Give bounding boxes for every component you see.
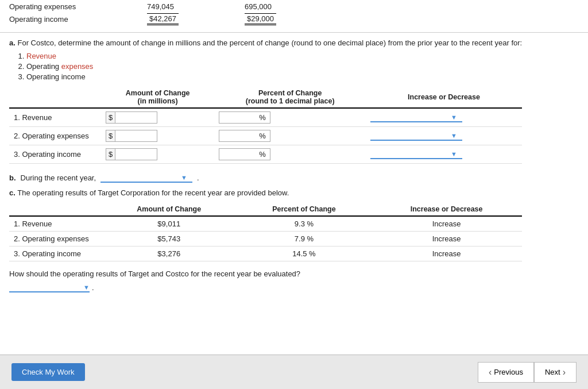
row-2-dropdown-wrap[interactable]: Increase Decrease ▼ (370, 131, 462, 141)
row-2-amount-cell: $ (101, 127, 214, 145)
c-row-2-direction: Increase (371, 232, 521, 247)
col-percent-header: Percent of Change (round to 1 decimal pl… (214, 87, 366, 108)
chevron-down-icon-2: ▼ (451, 132, 457, 139)
table-row: 2. Operating expenses $5,743 7.9 % Incre… (9, 232, 522, 247)
row-1-percent-wrap[interactable]: % (219, 111, 270, 124)
dollar-sign-3: $ (106, 149, 115, 160)
op-income-val2: $29,000 (245, 13, 296, 25)
op-expenses-row: Operating expenses 749,045 695,000 (9, 2, 579, 12)
table-row: 2. Operating expenses $ % (9, 127, 522, 145)
row-2-amount-input-wrap[interactable]: $ (106, 130, 157, 142)
row-1-amount-input[interactable] (115, 112, 150, 123)
question-a-list: Revenue Operating expenses Operating inc… (26, 52, 579, 81)
chevron-left-icon: ‹ (489, 367, 492, 378)
c-row-3-label: 3. Operating income (9, 247, 101, 261)
op-income-label: Operating income (9, 15, 101, 24)
percent-sign-2: % (257, 130, 268, 141)
c-row-2-label: 2. Operating expenses (9, 232, 101, 247)
row-3-direction-select[interactable]: Increase Decrease (370, 149, 451, 158)
table-row: 1. Revenue $ % (9, 108, 522, 127)
row-1-percent-cell: % (214, 108, 366, 127)
c-row-3-amount: $3,276 (101, 247, 237, 261)
question-b-text: During the recent year, (21, 174, 96, 182)
list-item-2: Operating expenses (26, 62, 579, 71)
answer-table-a-header: Amount of Change (in millions) Percent o… (9, 87, 522, 108)
percent-sign-1: % (257, 112, 268, 123)
dollar-sign-1: $ (106, 112, 115, 123)
c-row-1-percent: 9.3 % (237, 216, 371, 232)
chevron-down-icon-b: ▼ (181, 174, 187, 181)
how-evaluate-text: How should the operating results of Targ… (9, 269, 579, 278)
list-item-3: Operating income (26, 72, 579, 81)
percent-sign-3: % (257, 149, 268, 160)
next-button[interactable]: Next › (534, 362, 577, 383)
static-table-c-header: Amount of Change Percent of Change Incre… (9, 203, 522, 216)
col-c-label-empty (9, 203, 101, 216)
row-3-amount-cell: $ (101, 145, 214, 164)
chevron-down-icon-eval: ▼ (83, 284, 90, 291)
question-b-select[interactable]: revenue increased revenue decreased (100, 173, 181, 182)
row-2-direction-cell: Increase Decrease ▼ (366, 127, 522, 145)
col-label-empty (9, 87, 101, 108)
op-expenses-val2: 695,000 (245, 2, 296, 11)
how-evaluate-dropdown-wrap[interactable]: Favorably Unfavorably ▼ (9, 283, 90, 292)
row-2-percent-input[interactable] (219, 130, 257, 141)
how-evaluate-select[interactable]: Favorably Unfavorably (9, 283, 83, 291)
row-1-amount-input-wrap[interactable]: $ (106, 111, 157, 124)
expenses-link[interactable]: expenses (61, 62, 94, 71)
op-income-row: Operating income $42,267 $29,000 (9, 13, 579, 26)
footer: Check My Work ‹ Previous Next › (0, 355, 588, 389)
nav-buttons: ‹ Previous Next › (478, 362, 577, 383)
row-1-direction-cell: Increase Decrease ▼ (366, 108, 522, 127)
row-3-amount-input[interactable] (115, 149, 150, 160)
row-3-percent-cell: % (214, 145, 366, 164)
answer-table-a: Amount of Change (in millions) Percent o… (9, 87, 522, 164)
row-3-label: 3. Operating income (9, 145, 101, 164)
check-work-button[interactable]: Check My Work (11, 363, 85, 381)
row-1-label: 1. Revenue (9, 108, 101, 127)
row-1-amount-cell: $ (101, 108, 214, 127)
chevron-down-icon-1: ▼ (451, 114, 457, 121)
col-direction-header: Increase or Decrease (366, 87, 522, 108)
op-expenses-val1: 749,045 (147, 2, 199, 11)
static-table-c: Amount of Change Percent of Change Incre… (9, 203, 522, 261)
row-2-direction-select[interactable]: Increase Decrease (370, 131, 451, 140)
row-3-direction-cell: Increase Decrease ▼ (366, 145, 522, 164)
row-2-label: 2. Operating expenses (9, 127, 101, 145)
question-c-text: The operating results of Target Corporat… (17, 188, 289, 197)
row-3-percent-input[interactable] (219, 149, 257, 160)
chevron-right-icon: › (563, 367, 566, 378)
question-c-label: c. The operating results of Target Corpo… (9, 188, 579, 197)
col-c-percent-header: Percent of Change (237, 203, 371, 216)
top-financials: Operating expenses 749,045 695,000 Opera… (0, 0, 588, 33)
col-amount-header: Amount of Change (in millions) (101, 87, 214, 108)
dollar-sign-2: $ (106, 130, 115, 141)
row-2-amount-input[interactable] (115, 130, 150, 141)
question-c-prefix: c. (9, 188, 16, 197)
row-3-percent-wrap[interactable]: % (219, 148, 270, 160)
table-row: 1. Revenue $9,011 9.3 % Increase (9, 216, 522, 232)
row-2-percent-cell: % (214, 127, 366, 145)
revenue-link[interactable]: Revenue (26, 52, 56, 60)
c-row-3-percent: 14.5 % (237, 247, 371, 261)
row-3-dropdown-wrap[interactable]: Increase Decrease ▼ (370, 149, 462, 159)
col-c-direction-header: Increase or Decrease (371, 203, 521, 216)
previous-button[interactable]: ‹ Previous (478, 362, 534, 383)
row-1-dropdown-wrap[interactable]: Increase Decrease ▼ (370, 113, 462, 122)
list-item-1: Revenue (26, 52, 579, 60)
op-expenses-label: Operating expenses (9, 2, 101, 11)
row-3-amount-input-wrap[interactable]: $ (106, 148, 157, 160)
c-row-2-amount: $5,743 (101, 232, 237, 247)
col-c-amount-header: Amount of Change (101, 203, 237, 216)
c-row-1-label: 1. Revenue (9, 216, 101, 232)
row-1-direction-select[interactable]: Increase Decrease (370, 113, 451, 121)
question-b-dropdown-wrap[interactable]: revenue increased revenue decreased ▼ (100, 173, 192, 183)
question-a-label: a. For Costco, determine the amount of c… (9, 38, 579, 47)
table-row: 3. Operating income $ % (9, 145, 522, 164)
c-row-1-direction: Increase (371, 216, 521, 232)
c-row-1-amount: $9,011 (101, 216, 237, 232)
row-2-percent-wrap[interactable]: % (219, 130, 270, 142)
row-1-percent-input[interactable] (219, 112, 257, 123)
eval-period: . (92, 283, 94, 292)
table-row: 3. Operating income $3,276 14.5 % Increa… (9, 247, 522, 261)
